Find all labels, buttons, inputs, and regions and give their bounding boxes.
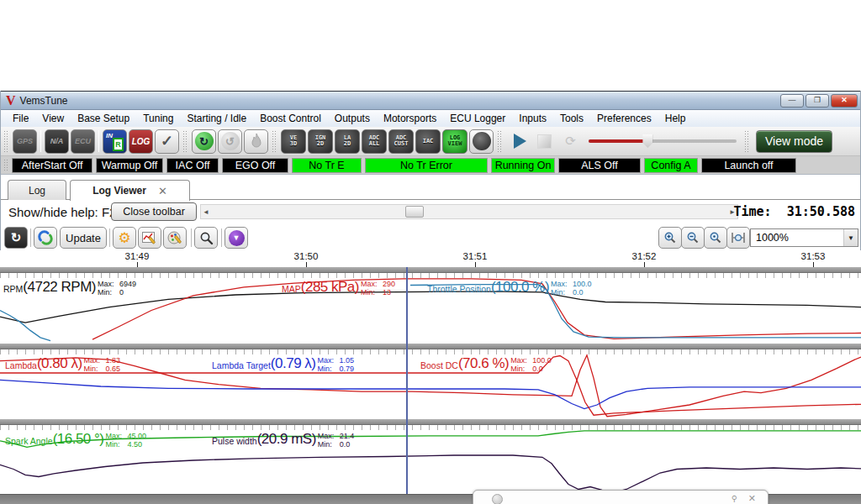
settings-button[interactable]: ⚙ [113,227,136,249]
menu-view[interactable]: View [35,111,71,126]
series-name: Boost DC [420,355,458,370]
gauge-button-log-view[interactable]: LOGVIEW [442,129,467,154]
menu-tuning[interactable]: Tuning [136,111,180,126]
toolbar-grip[interactable] [272,130,277,152]
gauge-button-adc-all[interactable]: ADCALL [362,129,387,154]
zoom-reset-icon [709,231,722,244]
menu-tools[interactable]: Tools [553,111,590,126]
download-marker-button[interactable]: ▼ [224,227,248,249]
status-running-on[interactable]: Running On [491,158,555,173]
zoom-in-button[interactable] [658,227,682,249]
loop-button[interactable]: ⟳ [558,129,583,154]
dial-icon [473,132,491,150]
statusbar-grip[interactable] [3,159,9,172]
toolbar-grip[interactable] [182,130,188,152]
validate-button[interactable]: ✓ [155,129,179,154]
scroll-left-icon[interactable]: ◄ [201,205,211,218]
update-button[interactable]: Update [60,227,107,249]
menu-preferences[interactable]: Preferences [590,111,658,126]
gauge-view-button[interactable] [469,129,494,154]
tab-log-viewer[interactable]: Log Viewer✕ [70,180,190,201]
chevron-down-icon[interactable]: ▼ [843,229,858,246]
toolbar-grip[interactable] [497,130,503,152]
colors-edit-button[interactable] [163,227,187,249]
view-mode-button[interactable]: View mode [756,130,832,153]
zoom-level-select[interactable]: 1000% ▼ [750,228,858,247]
zoom-in-icon [663,231,677,244]
menu-ecu-logger[interactable]: ECU Logger [443,111,512,126]
status-warmup-off[interactable]: Warmup Off [96,158,163,173]
menu-base-setup[interactable]: Base Setup [71,111,136,126]
gauge-button-label: IAC [423,139,434,144]
menu-inputs[interactable]: Inputs [512,111,553,126]
help-text: Show/hide help: F2 [8,205,116,219]
tab-log[interactable]: Log [8,180,66,200]
gauge-button-ve-3d[interactable]: VE3D [281,129,306,154]
zoom-reset-button[interactable] [704,227,727,249]
log-button[interactable]: LOG [129,129,153,154]
status-iac-off[interactable]: IAC Off [166,158,219,173]
gauge-button-la-2d[interactable]: LA2D [335,129,360,154]
status-no-tr-e[interactable]: No Tr E [292,158,362,173]
scrollbar-thumb[interactable] [405,206,424,218]
connect-button[interactable]: ↻ [192,129,216,154]
zoom-out-icon [686,231,700,244]
stop-button[interactable] [532,129,557,154]
menu-starting-idle[interactable]: Starting / Idle [180,111,253,126]
gauge-button-adc-cust[interactable]: ADCCUST [388,129,414,154]
input-replay-button[interactable]: IN R [103,129,127,154]
series-current-value: (70.6 %) [458,355,509,372]
series-max-min: Max:1.05Min:0.79 [318,355,355,373]
close-button[interactable]: ✕ [831,94,858,108]
menu-help[interactable]: Help [658,111,693,126]
zoom-fit-button[interactable] [726,227,750,249]
na-button[interactable]: N/A [45,129,69,154]
status-no-tr-error[interactable]: No Tr Error [365,158,488,173]
menu-outputs[interactable]: Outputs [328,111,377,126]
chart-edit-button[interactable] [138,227,161,249]
status-ego-off[interactable]: EGO Off [222,158,288,173]
status-launch-off[interactable]: Launch off [701,158,796,173]
gauge-button-ign-2d[interactable]: IGN2D [308,129,333,154]
menu-bar: FileViewBase SetupTuningStarting / IdleB… [1,110,860,127]
gauge-popup[interactable]: ⚲ ✕ [473,490,769,504]
min-value: 0.0 [573,289,592,297]
ecu-button[interactable]: ECU [71,129,95,154]
toolbar-grip[interactable] [744,130,750,152]
slider-thumb[interactable] [642,134,652,148]
gps-button[interactable]: GPS [13,129,37,154]
sync-button[interactable]: ↻ [4,227,28,249]
axis-label-31-52: 31:52 [627,251,661,261]
burn-button[interactable] [244,129,268,154]
zoom-out-button[interactable] [681,227,705,249]
menu-file[interactable]: File [6,111,35,126]
reconnect-button[interactable] [34,227,57,249]
close-toolbar-button[interactable]: Close toolbar [111,202,197,221]
search-button[interactable] [194,227,218,249]
pin-icon[interactable]: ⚲ [732,494,737,503]
log-chart-area[interactable]: RPM(4722 RPM)Max:6949Min:0MAP(285 kPa)Ma… [0,267,861,494]
menu-motorsports[interactable]: Motorsports [377,111,443,126]
restore-button[interactable]: ❐ [806,94,829,108]
min-value: 0.0 [532,365,552,374]
chart-panel-2[interactable]: Lambda(0.80 λ)Max:1.83Min:0.65Lambda Tar… [0,344,861,419]
log-scrollbar[interactable]: ◄ ► [200,204,738,219]
gauge-button-iac[interactable]: IAC [415,129,441,154]
time-cursor-line[interactable] [406,267,408,494]
download-icon: ▼ [229,230,245,246]
chart-panel-1[interactable]: RPM(4722 RPM)Max:6949Min:0MAP(285 kPa)Ma… [0,267,861,344]
menu-boost-control[interactable]: Boost Control [253,111,328,126]
status-afterstart-off[interactable]: AfterStart Off [12,158,92,173]
status-config-a[interactable]: Config A [644,158,698,173]
toolbar-grip[interactable] [3,130,9,152]
check-icon: ✓ [161,132,173,150]
minimize-button[interactable]: — [780,94,804,108]
popup-close-icon[interactable]: ✕ [748,493,756,504]
disconnect-button[interactable]: ↺ [218,129,242,154]
play-button[interactable] [506,129,531,154]
search-icon [199,231,214,245]
playback-slider[interactable] [589,134,737,149]
status-als-off[interactable]: ALS Off [558,158,641,173]
tab-close-icon[interactable]: ✕ [158,185,167,197]
chart-panel-3[interactable]: Spark Angle(16.50 °)Max:45.00Min:4.50Pul… [0,419,861,494]
